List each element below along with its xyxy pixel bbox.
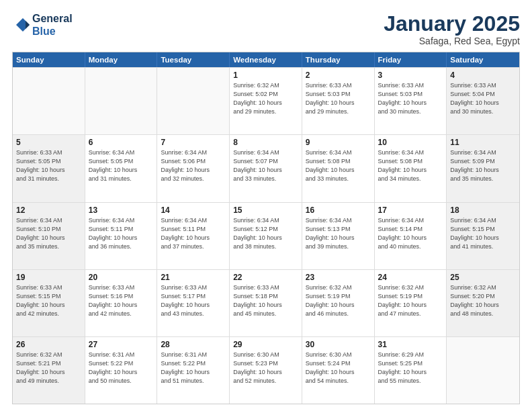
day-cell-10: 10Sunrise: 6:34 AMSunset: 5:08 PMDayligh…	[375, 135, 447, 201]
day-info: Sunrise: 6:33 AMSunset: 5:03 PMDaylight:…	[306, 81, 371, 116]
day-cell-15: 15Sunrise: 6:34 AMSunset: 5:12 PMDayligh…	[230, 203, 302, 269]
day-cell-26: 26Sunrise: 6:32 AMSunset: 5:21 PMDayligh…	[13, 337, 85, 404]
day-cell-4: 4Sunrise: 6:33 AMSunset: 5:04 PMDaylight…	[447, 68, 519, 134]
day-info: Sunrise: 6:33 AMSunset: 5:05 PMDaylight:…	[16, 148, 81, 183]
day-number: 22	[233, 273, 298, 282]
day-number: 21	[161, 273, 226, 282]
day-info: Sunrise: 6:34 AMSunset: 5:10 PMDaylight:…	[16, 216, 81, 251]
day-info: Sunrise: 6:30 AMSunset: 5:24 PMDaylight:…	[306, 351, 371, 385]
day-number: 31	[378, 340, 443, 349]
title-block: January 2025 Safaga, Red Sea, Egypt	[384, 12, 520, 46]
day-info: Sunrise: 6:32 AMSunset: 5:21 PMDaylight:…	[16, 351, 81, 385]
day-number: 14	[161, 205, 226, 215]
calendar-title: January 2025	[384, 12, 520, 36]
calendar-body: 1Sunrise: 6:32 AMSunset: 5:02 PMDaylight…	[13, 67, 519, 404]
day-number: 2	[306, 71, 371, 80]
day-cell-16: 16Sunrise: 6:34 AMSunset: 5:13 PMDayligh…	[302, 203, 375, 269]
header-cell-wednesday: Wednesday	[230, 52, 302, 67]
day-cell-12: 12Sunrise: 6:34 AMSunset: 5:10 PMDayligh…	[13, 203, 85, 269]
day-cell-8: 8Sunrise: 6:34 AMSunset: 5:07 PMDaylight…	[230, 135, 302, 201]
day-number: 26	[16, 340, 81, 349]
day-info: Sunrise: 6:33 AMSunset: 5:15 PMDaylight:…	[16, 283, 81, 318]
calendar-week-5: 26Sunrise: 6:32 AMSunset: 5:21 PMDayligh…	[13, 336, 519, 404]
page: General Blue January 2025 Safaga, Red Se…	[0, 0, 532, 411]
day-info: Sunrise: 6:33 AMSunset: 5:16 PMDaylight:…	[89, 283, 154, 318]
day-number: 29	[233, 340, 298, 349]
day-info: Sunrise: 6:34 AMSunset: 5:14 PMDaylight:…	[378, 216, 443, 251]
day-number: 9	[306, 138, 371, 147]
day-cell-1: 1Sunrise: 6:32 AMSunset: 5:02 PMDaylight…	[230, 68, 302, 134]
day-info: Sunrise: 6:34 AMSunset: 5:07 PMDaylight:…	[233, 148, 298, 183]
calendar-week-4: 19Sunrise: 6:33 AMSunset: 5:15 PMDayligh…	[13, 269, 519, 336]
day-cell-18: 18Sunrise: 6:34 AMSunset: 5:15 PMDayligh…	[447, 203, 519, 269]
day-cell-6: 6Sunrise: 6:34 AMSunset: 5:05 PMDaylight…	[85, 135, 158, 201]
day-number: 4	[450, 71, 516, 80]
day-info: Sunrise: 6:32 AMSunset: 5:19 PMDaylight:…	[378, 283, 443, 318]
calendar-week-1: 1Sunrise: 6:32 AMSunset: 5:02 PMDaylight…	[13, 67, 519, 134]
day-number: 5	[16, 138, 81, 147]
empty-cell	[447, 337, 519, 404]
day-number: 27	[89, 340, 154, 349]
day-info: Sunrise: 6:34 AMSunset: 5:13 PMDaylight:…	[306, 216, 371, 251]
day-cell-31: 31Sunrise: 6:29 AMSunset: 5:25 PMDayligh…	[375, 337, 447, 404]
day-info: Sunrise: 6:34 AMSunset: 5:09 PMDaylight:…	[450, 148, 516, 183]
day-number: 12	[16, 205, 81, 215]
day-number: 13	[89, 205, 154, 215]
day-info: Sunrise: 6:32 AMSunset: 5:02 PMDaylight:…	[233, 81, 298, 116]
day-number: 6	[89, 138, 154, 147]
day-info: Sunrise: 6:33 AMSunset: 5:18 PMDaylight:…	[233, 283, 298, 318]
day-cell-25: 25Sunrise: 6:32 AMSunset: 5:20 PMDayligh…	[447, 270, 519, 336]
logo-text: General Blue	[32, 12, 73, 38]
empty-cell	[13, 68, 85, 134]
day-cell-30: 30Sunrise: 6:30 AMSunset: 5:24 PMDayligh…	[302, 337, 375, 404]
logo: General Blue	[12, 12, 73, 38]
day-cell-3: 3Sunrise: 6:33 AMSunset: 5:03 PMDaylight…	[375, 68, 447, 134]
day-cell-20: 20Sunrise: 6:33 AMSunset: 5:16 PMDayligh…	[85, 270, 158, 336]
day-cell-22: 22Sunrise: 6:33 AMSunset: 5:18 PMDayligh…	[230, 270, 302, 336]
day-info: Sunrise: 6:31 AMSunset: 5:22 PMDaylight:…	[89, 351, 154, 385]
day-cell-9: 9Sunrise: 6:34 AMSunset: 5:08 PMDaylight…	[302, 135, 375, 201]
day-number: 28	[161, 340, 226, 349]
calendar-week-2: 5Sunrise: 6:33 AMSunset: 5:05 PMDaylight…	[13, 134, 519, 201]
day-info: Sunrise: 6:30 AMSunset: 5:23 PMDaylight:…	[233, 351, 298, 385]
day-cell-13: 13Sunrise: 6:34 AMSunset: 5:11 PMDayligh…	[85, 203, 158, 269]
day-number: 8	[233, 138, 298, 147]
day-cell-17: 17Sunrise: 6:34 AMSunset: 5:14 PMDayligh…	[375, 203, 447, 269]
day-info: Sunrise: 6:34 AMSunset: 5:11 PMDaylight:…	[89, 216, 154, 251]
day-info: Sunrise: 6:34 AMSunset: 5:05 PMDaylight:…	[89, 148, 154, 183]
day-info: Sunrise: 6:34 AMSunset: 5:08 PMDaylight:…	[378, 148, 443, 183]
day-info: Sunrise: 6:33 AMSunset: 5:04 PMDaylight:…	[450, 81, 516, 116]
header-cell-monday: Monday	[85, 52, 158, 67]
day-number: 25	[450, 273, 516, 282]
day-number: 30	[306, 340, 371, 349]
day-cell-19: 19Sunrise: 6:33 AMSunset: 5:15 PMDayligh…	[13, 270, 85, 336]
day-cell-5: 5Sunrise: 6:33 AMSunset: 5:05 PMDaylight…	[13, 135, 85, 201]
header-cell-thursday: Thursday	[302, 52, 375, 67]
day-number: 7	[161, 138, 226, 147]
day-number: 17	[378, 205, 443, 215]
calendar-subtitle: Safaga, Red Sea, Egypt	[384, 36, 520, 46]
calendar-week-3: 12Sunrise: 6:34 AMSunset: 5:10 PMDayligh…	[13, 202, 519, 269]
day-number: 1	[233, 71, 298, 80]
day-info: Sunrise: 6:33 AMSunset: 5:03 PMDaylight:…	[378, 81, 443, 116]
day-info: Sunrise: 6:32 AMSunset: 5:20 PMDaylight:…	[450, 283, 516, 318]
day-info: Sunrise: 6:34 AMSunset: 5:15 PMDaylight:…	[450, 216, 516, 251]
day-number: 10	[378, 138, 443, 147]
day-number: 19	[16, 273, 81, 282]
header-cell-tuesday: Tuesday	[157, 52, 230, 67]
day-cell-14: 14Sunrise: 6:34 AMSunset: 5:11 PMDayligh…	[157, 203, 230, 269]
day-cell-28: 28Sunrise: 6:31 AMSunset: 5:22 PMDayligh…	[157, 337, 230, 404]
logo-icon	[12, 15, 31, 34]
day-cell-27: 27Sunrise: 6:31 AMSunset: 5:22 PMDayligh…	[85, 337, 158, 404]
day-number: 20	[89, 273, 154, 282]
header: General Blue January 2025 Safaga, Red Se…	[12, 12, 520, 46]
day-cell-2: 2Sunrise: 6:33 AMSunset: 5:03 PMDaylight…	[302, 68, 375, 134]
day-info: Sunrise: 6:33 AMSunset: 5:17 PMDaylight:…	[161, 283, 226, 318]
day-info: Sunrise: 6:32 AMSunset: 5:19 PMDaylight:…	[306, 283, 371, 318]
day-info: Sunrise: 6:34 AMSunset: 5:06 PMDaylight:…	[161, 148, 226, 183]
day-cell-7: 7Sunrise: 6:34 AMSunset: 5:06 PMDaylight…	[157, 135, 230, 201]
day-info: Sunrise: 6:31 AMSunset: 5:22 PMDaylight:…	[161, 351, 226, 385]
day-number: 15	[233, 205, 298, 215]
day-number: 18	[450, 205, 516, 215]
day-info: Sunrise: 6:34 AMSunset: 5:11 PMDaylight:…	[161, 216, 226, 251]
